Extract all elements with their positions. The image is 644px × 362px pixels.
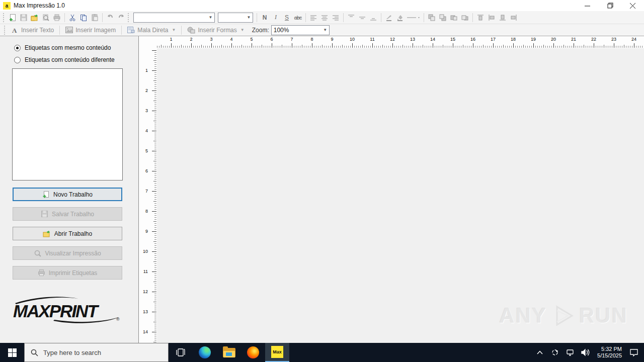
zoom-select[interactable]: 100% ▼ xyxy=(271,25,330,35)
print-preview-icon[interactable] xyxy=(40,12,51,23)
minimize-button[interactable] xyxy=(576,0,599,11)
radio-button-unselected[interactable] xyxy=(14,57,21,63)
font-size-select[interactable]: ▼ xyxy=(218,13,253,23)
chevron-down-icon: ▼ xyxy=(240,28,245,32)
tray-volume-icon[interactable] xyxy=(579,343,591,362)
send-back-icon[interactable] xyxy=(437,12,448,23)
search-placeholder: Type here to search xyxy=(43,349,101,356)
align-bottom-edge-icon[interactable] xyxy=(497,12,508,23)
zoom-value: 100% xyxy=(274,27,289,34)
taskbar-clock[interactable]: 5:32 PM 5/15/2025 xyxy=(594,346,625,359)
new-document-icon xyxy=(42,191,50,198)
align-top-edge-icon[interactable] xyxy=(475,12,486,23)
underline-button[interactable]: S xyxy=(281,12,292,23)
align-left-icon[interactable] xyxy=(308,12,319,23)
toolbar-grip[interactable] xyxy=(4,26,6,35)
valign-top-icon[interactable] xyxy=(346,12,357,23)
start-button[interactable] xyxy=(0,343,24,362)
clock-time: 5:32 PM xyxy=(597,346,622,352)
picture-icon xyxy=(65,27,73,33)
open-folder-icon xyxy=(43,230,51,237)
font-family-select[interactable]: ▼ xyxy=(133,13,215,23)
valign-middle-icon[interactable] xyxy=(357,12,368,23)
copy-icon[interactable] xyxy=(78,12,89,23)
valign-bottom-icon[interactable] xyxy=(368,12,379,23)
chevron-down-icon: ▼ xyxy=(245,13,253,22)
taskbar: Type here to search Max xyxy=(0,343,644,362)
restore-button[interactable] xyxy=(599,0,621,11)
edge-icon xyxy=(199,346,211,358)
print-icon[interactable] xyxy=(51,12,62,23)
align-right-edge-icon[interactable] xyxy=(508,12,519,23)
app-icon: a xyxy=(3,2,11,10)
align-right-icon[interactable] xyxy=(330,12,341,23)
radio-button-selected[interactable] xyxy=(14,45,21,51)
mail-merge-button[interactable]: Mala Direta ▼ xyxy=(124,25,179,36)
bold-button[interactable]: N xyxy=(259,12,270,23)
redo-icon[interactable] xyxy=(116,12,127,23)
send-backward-icon[interactable] xyxy=(459,12,470,23)
open-job-button[interactable]: Abrir Trabalho xyxy=(13,227,122,240)
firefox-icon xyxy=(247,346,259,358)
letter-a-icon: A xyxy=(12,27,19,34)
new-document-icon[interactable] xyxy=(7,12,18,23)
zoom-label: Zoom: xyxy=(252,27,269,34)
anyrun-play-icon xyxy=(550,303,576,329)
print-icon xyxy=(38,269,45,277)
clock-date: 5/15/2025 xyxy=(597,352,622,359)
max-impressao-taskbar-button[interactable]: Max xyxy=(265,343,289,362)
radio-different-content[interactable]: Etiquetas com conteúdo diferente xyxy=(14,56,138,63)
bring-front-icon[interactable] xyxy=(426,12,437,23)
tray-chevron-up-icon[interactable] xyxy=(534,343,546,362)
save-job-button[interactable]: Salvar Trabalho xyxy=(13,207,122,221)
print-preview-button[interactable]: Visualizar Impressão xyxy=(13,246,122,260)
svg-text:A: A xyxy=(12,27,17,34)
horizontal-ruler: 123456789101112131415161718192021222324 xyxy=(139,36,644,48)
toolbar-grip[interactable] xyxy=(3,13,5,22)
design-canvas[interactable]: 123456789101112131415161718192021222324 … xyxy=(139,36,644,343)
chevron-down-icon: ▼ xyxy=(321,26,329,35)
align-center-icon[interactable] xyxy=(319,12,330,23)
print-labels-button[interactable]: Imprimir Etiquetas xyxy=(13,266,122,280)
undo-icon[interactable] xyxy=(105,12,116,23)
insert-text-button[interactable]: A Inserir Texto xyxy=(8,25,57,36)
firefox-taskbar-button[interactable] xyxy=(241,343,265,362)
app-window: a Max Impressão 1.0 xyxy=(0,0,644,362)
file-explorer-icon xyxy=(223,348,235,357)
cut-icon[interactable] xyxy=(67,12,78,23)
system-tray: 5:32 PM 5/15/2025 xyxy=(534,343,644,362)
print-preview-icon xyxy=(34,249,41,257)
action-center-icon[interactable] xyxy=(628,343,640,362)
paste-icon[interactable] xyxy=(89,12,100,23)
toolbar-grip[interactable] xyxy=(128,13,130,22)
window-title: Max Impressão 1.0 xyxy=(14,2,65,9)
font-color-icon[interactable] xyxy=(383,12,394,23)
sidebar: Etiquetas com mesmo conteúdo Etiquetas c… xyxy=(0,36,139,343)
task-view-button[interactable] xyxy=(169,343,193,362)
open-folder-icon[interactable] xyxy=(29,12,40,23)
ruler-corner xyxy=(139,36,157,48)
strikethrough-button[interactable]: abc xyxy=(292,12,303,23)
radio-same-content[interactable]: Etiquetas com mesmo conteúdo xyxy=(14,44,138,51)
close-button[interactable] xyxy=(621,0,644,11)
tray-agent-icon[interactable] xyxy=(549,343,561,362)
save-icon[interactable] xyxy=(18,12,29,23)
windows-logo-icon xyxy=(8,348,17,357)
save-icon xyxy=(41,210,48,218)
insert-shapes-button[interactable]: Inserir Formas ▼ xyxy=(184,25,248,36)
line-style-icon[interactable] xyxy=(406,12,422,23)
insert-image-button[interactable]: Inserir Imagem xyxy=(62,25,119,36)
italic-button[interactable]: I xyxy=(270,12,281,23)
align-left-edge-icon[interactable] xyxy=(486,12,497,23)
maxprint-logo: MAXPRINT ® xyxy=(12,295,138,326)
fill-color-icon[interactable] xyxy=(394,12,406,23)
chevron-down-icon: ▼ xyxy=(207,13,214,22)
file-explorer-taskbar-button[interactable] xyxy=(217,343,241,362)
shapes-icon xyxy=(187,27,195,34)
new-job-button[interactable]: Novo Trabalho xyxy=(13,188,122,201)
svg-text:MAXPRINT: MAXPRINT xyxy=(13,301,99,321)
tray-network-icon[interactable] xyxy=(564,343,576,362)
bring-forward-icon[interactable] xyxy=(448,12,459,23)
taskbar-search[interactable]: Type here to search xyxy=(24,343,169,362)
edge-taskbar-button[interactable] xyxy=(193,343,217,362)
